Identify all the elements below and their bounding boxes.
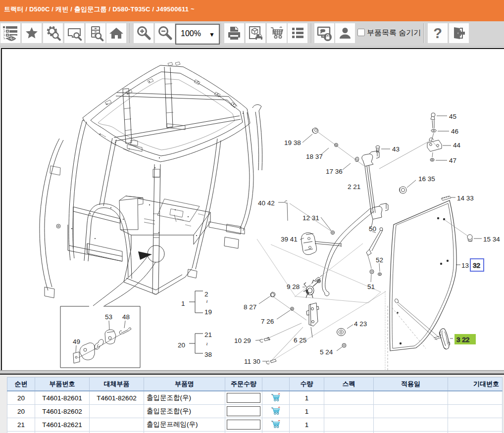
svg-text:52: 52: [376, 256, 383, 264]
svg-text:8 27: 8 27: [244, 303, 256, 311]
svg-text:47: 47: [449, 157, 456, 164]
svg-text:48: 48: [122, 313, 130, 321]
svg-text:50: 50: [369, 225, 376, 233]
svg-text:44: 44: [453, 142, 461, 149]
svg-text:~: ~: [204, 342, 210, 345]
svg-text:40 42: 40 42: [258, 199, 275, 207]
svg-text:1: 1: [181, 300, 185, 307]
svg-text:53: 53: [105, 313, 112, 321]
svg-text:18 37: 18 37: [306, 153, 323, 160]
svg-text:43: 43: [392, 145, 400, 153]
svg-text:20: 20: [178, 341, 185, 349]
svg-text:~: ~: [204, 300, 210, 303]
svg-text:3 22: 3 22: [456, 336, 469, 343]
svg-text:16 35: 16 35: [418, 175, 435, 183]
svg-text:21: 21: [204, 331, 212, 338]
svg-text:10 29: 10 29: [234, 337, 251, 344]
svg-text:51: 51: [367, 283, 375, 290]
svg-text:19 38: 19 38: [284, 139, 301, 146]
svg-text:2 21: 2 21: [348, 183, 360, 191]
svg-text:14 33: 14 33: [457, 194, 474, 202]
svg-text:9 28: 9 28: [287, 283, 300, 290]
svg-text:38: 38: [204, 351, 212, 358]
svg-text:4 23: 4 23: [354, 320, 367, 328]
svg-text:39 41: 39 41: [281, 236, 298, 243]
svg-text:49: 49: [73, 338, 80, 345]
svg-text:12 31: 12 31: [302, 214, 319, 222]
svg-text:17 36: 17 36: [326, 168, 343, 175]
svg-text:6 25: 6 25: [294, 337, 306, 344]
svg-text:7 26: 7 26: [261, 318, 274, 325]
svg-text:5 24: 5 24: [320, 348, 333, 356]
svg-text:19: 19: [204, 308, 212, 316]
svg-text:46: 46: [451, 128, 458, 135]
svg-text:45: 45: [449, 113, 456, 120]
svg-text:11 30: 11 30: [244, 358, 260, 365]
svg-text:13: 13: [461, 262, 469, 269]
svg-text:32: 32: [473, 262, 480, 269]
svg-text:2: 2: [204, 290, 208, 298]
svg-text:15 34: 15 34: [483, 236, 500, 243]
